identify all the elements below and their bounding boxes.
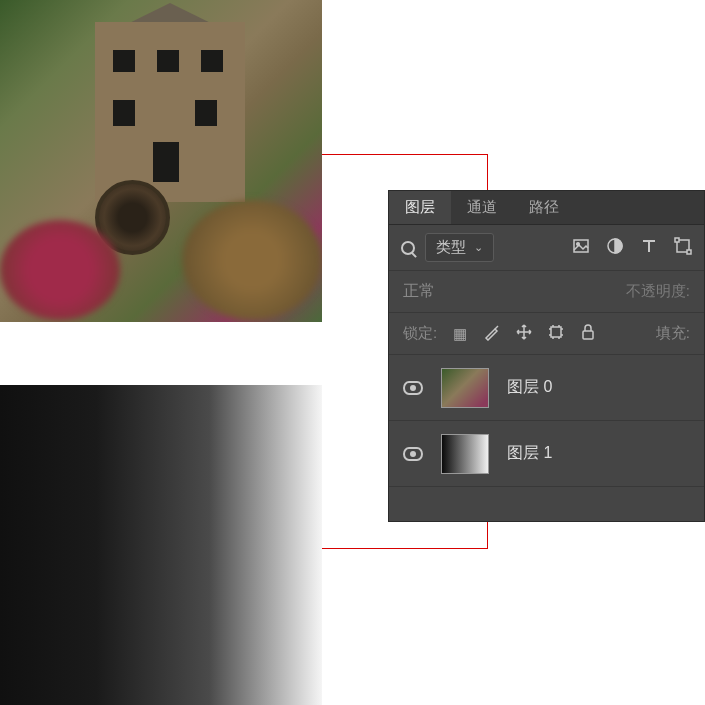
layer-name[interactable]: 图层 0 — [507, 377, 552, 398]
layer-thumbnail[interactable] — [441, 434, 489, 474]
svg-rect-5 — [687, 250, 691, 254]
filter-pixel-icon[interactable] — [572, 237, 590, 259]
filter-adjustment-icon[interactable] — [606, 237, 624, 259]
lock-label: 锁定: — [403, 324, 437, 343]
illustration-house — [95, 22, 245, 202]
lock-row: 锁定: ▦ 填充: — [389, 313, 704, 355]
svg-rect-4 — [675, 238, 679, 242]
visibility-toggle-icon[interactable] — [403, 447, 423, 461]
svg-rect-6 — [551, 327, 561, 337]
illustration-flowers — [0, 220, 120, 320]
lock-move-icon[interactable] — [515, 323, 533, 344]
illustration-window — [201, 50, 223, 72]
filter-shape-icon[interactable] — [674, 237, 692, 259]
lock-all-icon[interactable] — [579, 323, 597, 344]
connector-line — [322, 154, 488, 155]
illustration-window — [113, 50, 135, 72]
filter-icons — [572, 237, 692, 259]
fill-label: 填充: — [656, 324, 690, 343]
search-icon[interactable] — [401, 241, 415, 255]
layer-thumbnail[interactable] — [441, 368, 489, 408]
illustration-window — [195, 100, 217, 126]
illustration-door — [153, 142, 179, 182]
tab-layers[interactable]: 图层 — [389, 191, 451, 224]
filter-type-dropdown[interactable]: 类型 ⌄ — [425, 233, 494, 262]
lock-artboard-icon[interactable] — [547, 323, 565, 344]
layer-name[interactable]: 图层 1 — [507, 443, 552, 464]
layers-panel: 图层 通道 路径 类型 ⌄ 正常 不透明度: 锁定: — [388, 190, 705, 522]
panel-tabs: 图层 通道 路径 — [389, 191, 704, 225]
illustration-bushes — [182, 200, 322, 320]
blend-mode-dropdown[interactable]: 正常 — [403, 281, 435, 302]
layer-row[interactable]: 图层 0 — [389, 355, 704, 421]
source-image-mill — [0, 0, 322, 322]
illustration-window — [113, 100, 135, 126]
illustration-window — [157, 50, 179, 72]
lock-transparent-icon[interactable]: ▦ — [451, 325, 469, 343]
filter-row: 类型 ⌄ — [389, 225, 704, 271]
svg-rect-7 — [583, 331, 593, 339]
tab-channels[interactable]: 通道 — [451, 191, 513, 224]
opacity-label: 不透明度: — [626, 282, 690, 301]
filter-type-label: 类型 — [436, 238, 466, 257]
filter-type-icon[interactable] — [640, 237, 658, 259]
source-image-gradient — [0, 385, 322, 705]
blend-row: 正常 不透明度: — [389, 271, 704, 313]
tab-paths[interactable]: 路径 — [513, 191, 575, 224]
visibility-toggle-icon[interactable] — [403, 381, 423, 395]
layer-row[interactable]: 图层 1 — [389, 421, 704, 487]
chevron-down-icon: ⌄ — [474, 241, 483, 254]
connector-line — [322, 548, 488, 549]
lock-brush-icon[interactable] — [483, 323, 501, 344]
